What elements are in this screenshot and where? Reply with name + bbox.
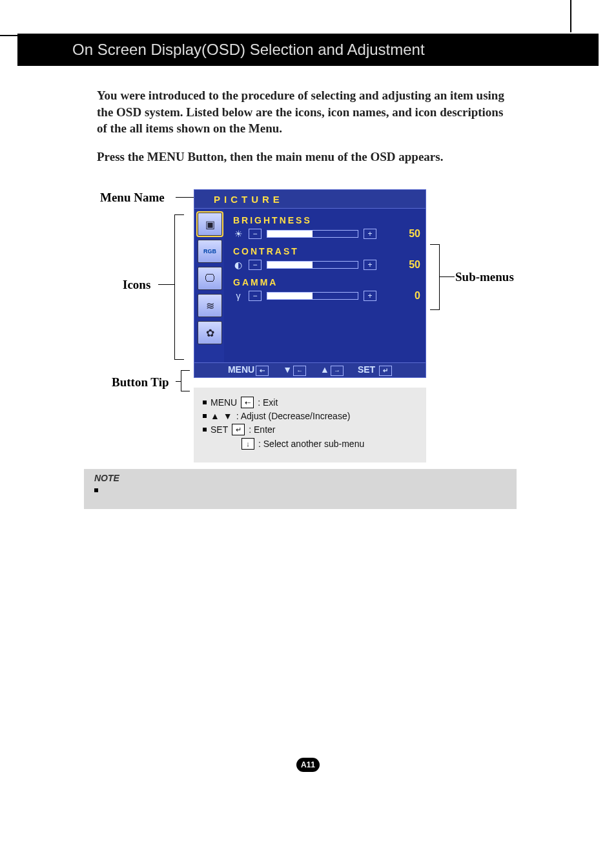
legend-set-desc: : Enter	[249, 424, 275, 435]
leader-line	[176, 381, 181, 382]
note-box: NOTE	[84, 469, 517, 509]
slider-value: 50	[401, 259, 420, 271]
bullet-icon	[203, 414, 207, 418]
label-button-tip: Button Tip	[112, 375, 169, 390]
legend-row: ▲ ▼ : Adjust (Decrease/Increase)	[203, 411, 417, 421]
page-number: A11	[296, 758, 320, 772]
osd-slider-row: ☀−+50	[233, 228, 420, 240]
tracking-icon[interactable]: 🖵	[198, 267, 222, 290]
triangle-up-icon: ▲	[210, 411, 220, 421]
legend-row: ↓ : Select another sub-menu	[203, 438, 417, 450]
legend-row: SET ↵ : Enter	[203, 424, 417, 435]
leader-line	[181, 370, 181, 391]
leader-line	[181, 391, 190, 391]
osd-slider-row: γ−+0	[233, 290, 420, 302]
bullet-icon	[203, 428, 207, 432]
label-sub-menus: Sub-menus	[455, 270, 514, 284]
legend-select-desc: : Select another sub-menu	[258, 439, 364, 449]
osd-title-text: PICTURE	[214, 194, 283, 205]
footer-down: ▼←	[283, 364, 306, 376]
osd-row-label: BRIGHTNESS	[233, 215, 420, 225]
right-icon: →	[331, 366, 344, 376]
intro-text: You were introduced to the procedure of …	[97, 87, 510, 177]
leader-line	[181, 370, 190, 371]
row-glyph-icon: ◐	[233, 260, 243, 270]
slider-track[interactable]	[267, 292, 358, 300]
footer-up: ▲→	[320, 364, 344, 376]
intro-paragraph-1: You were introduced to the procedure of …	[97, 87, 510, 137]
decrease-button[interactable]: −	[249, 291, 262, 301]
crop-mark-v	[570, 0, 571, 32]
slider-value: 0	[401, 290, 420, 302]
label-menu-name: Menu Name	[100, 191, 165, 205]
triangle-down-icon: ▼	[223, 411, 232, 421]
slider-value: 50	[401, 228, 420, 240]
other-icon[interactable]: ✿	[198, 321, 222, 344]
legend-menu-label: MENU	[210, 397, 237, 408]
leader-line	[430, 309, 439, 310]
page: On Screen Display(OSD) Selection and Adj…	[0, 0, 616, 843]
enter-icon: ↵	[232, 424, 245, 435]
increase-button[interactable]: +	[364, 260, 376, 270]
setup-icon[interactable]: ≋	[198, 294, 222, 317]
exit-icon: ⇠	[256, 366, 269, 376]
leader-line	[430, 244, 439, 245]
legend-set-label: SET	[210, 424, 228, 435]
row-glyph-icon: ☀	[233, 229, 243, 239]
leader-line	[176, 197, 194, 198]
bullet-icon	[203, 401, 207, 404]
osd-icon-strip: ▣RGB🖵≋✿	[194, 209, 224, 362]
decrease-button[interactable]: −	[249, 260, 262, 270]
footer-set: SET ↵	[358, 364, 392, 376]
osd-body: ▣RGB🖵≋✿ BRIGHTNESS☀−+50CONTRAST◐−+50GAMM…	[194, 209, 426, 363]
osd-footer: MENU⇠ ▼← ▲→ SET ↵	[194, 363, 426, 378]
down-arrow-icon: ↓	[241, 438, 254, 450]
section-title: On Screen Display(OSD) Selection and Adj…	[72, 41, 425, 59]
leader-line	[174, 359, 184, 360]
increase-button[interactable]: +	[364, 291, 376, 301]
osd-row-label: CONTRAST	[233, 246, 420, 256]
section-header: On Screen Display(OSD) Selection and Adj…	[17, 34, 599, 66]
label-icons: Icons	[123, 278, 150, 292]
leader-line	[174, 214, 184, 215]
legend-menu-desc: : Exit	[258, 397, 278, 408]
osd-panel: PICTURE ▣RGB🖵≋✿ BRIGHTNESS☀−+50CONTRAST◐…	[194, 189, 426, 378]
exit-icon: ⇠	[241, 397, 254, 408]
enter-icon: ↵	[379, 366, 392, 376]
osd-title-bar: PICTURE	[194, 189, 426, 209]
slider-track[interactable]	[267, 261, 358, 269]
leader-line	[174, 214, 175, 360]
leader-line	[439, 244, 440, 310]
note-title: NOTE	[94, 473, 510, 483]
osd-slider-row: ◐−+50	[233, 259, 420, 271]
legend-row: MENU ⇠ : Exit	[203, 397, 417, 408]
picture-icon[interactable]: ▣	[198, 213, 222, 236]
intro-paragraph-2: Press the MENU Button, then the main men…	[97, 149, 510, 165]
leader-line	[158, 284, 174, 285]
bullet-icon	[94, 488, 98, 492]
osd-content: BRIGHTNESS☀−+50CONTRAST◐−+50GAMMAγ−+0	[224, 209, 426, 362]
slider-track[interactable]	[267, 230, 358, 238]
row-glyph-icon: γ	[233, 291, 243, 301]
color-icon[interactable]: RGB	[198, 240, 222, 263]
increase-button[interactable]: +	[364, 229, 376, 239]
osd-row-label: GAMMA	[233, 277, 420, 287]
button-tip-legend: MENU ⇠ : Exit ▲ ▼ : Adjust (Decrease/Inc…	[194, 388, 426, 463]
legend-adjust-desc: : Adjust (Decrease/Increase)	[236, 411, 351, 421]
left-icon: ←	[293, 366, 306, 376]
footer-menu: MENU⇠	[228, 364, 269, 376]
leader-line	[439, 276, 455, 277]
slider-fill	[267, 262, 313, 268]
slider-fill	[267, 231, 313, 237]
slider-fill	[267, 293, 313, 299]
decrease-button[interactable]: −	[249, 229, 262, 239]
